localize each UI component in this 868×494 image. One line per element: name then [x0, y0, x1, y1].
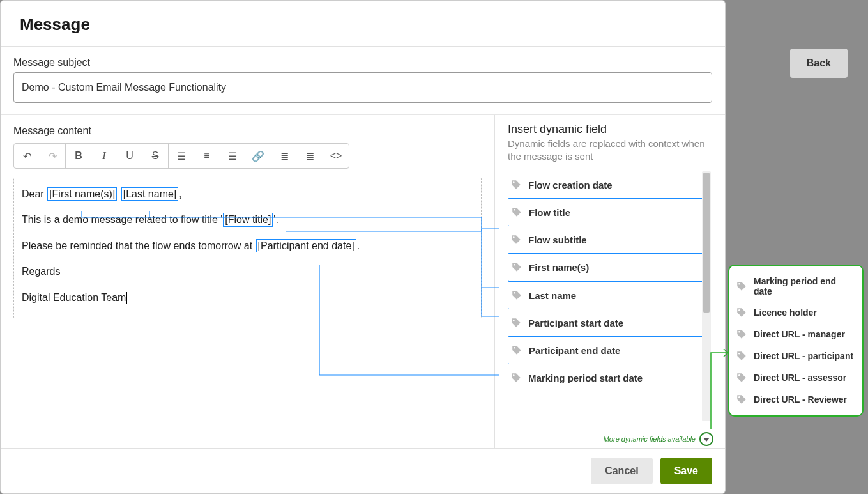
undo-icon: ↶ [23, 150, 31, 162]
bold-icon: B [75, 150, 82, 162]
field-item-participant-end-date[interactable]: Participant end date [508, 336, 703, 364]
italic-button[interactable]: I [91, 144, 117, 168]
field-item-direct-url-manager[interactable]: Direct URL - manager [733, 323, 858, 345]
tag-icon [736, 281, 747, 292]
svg-point-5 [513, 320, 514, 321]
redo-button[interactable]: ↷ [40, 144, 65, 168]
editor-text: This is a demo message related to flow t… [22, 214, 222, 225]
field-label: Licence holder [754, 307, 817, 318]
svg-point-6 [514, 347, 515, 348]
dynamic-fields-description: Dynamic fields are replaced with context… [508, 137, 712, 162]
code-view-button[interactable]: <> [323, 144, 349, 168]
field-label: Direct URL - participant [754, 351, 853, 361]
more-fields-note: More dynamic fields available [604, 435, 696, 443]
align-center-button[interactable]: ≡ [194, 144, 220, 168]
bullet-list-button[interactable]: ≣ [271, 144, 297, 168]
field-label: Marking period end date [754, 276, 856, 297]
align-left-icon: ☰ [177, 150, 186, 162]
italic-icon: I [102, 150, 105, 162]
strikethrough-button[interactable]: S [142, 144, 168, 168]
editor-text: Please be reminded that the flow ends to… [22, 240, 255, 251]
field-item-first-name[interactable]: First name(s) [508, 253, 703, 281]
svg-point-7 [513, 374, 514, 376]
modal-title: Message [20, 15, 706, 35]
tag-icon [511, 289, 522, 301]
message-modal: Message Message subject Message content … [0, 0, 726, 494]
field-label: Participant end date [529, 345, 620, 356]
subject-input[interactable] [13, 72, 712, 103]
svg-point-3 [514, 264, 515, 265]
tag-icon [510, 317, 522, 328]
numbered-list-icon: ≣ [306, 150, 314, 162]
underline-button[interactable]: U [117, 144, 142, 168]
link-button[interactable]: 🔗 [245, 144, 271, 168]
scrollbar-thumb[interactable] [703, 173, 710, 313]
field-list-scrollbar[interactable] [702, 171, 711, 421]
modal-header: Message [1, 1, 725, 47]
tag-icon [510, 179, 522, 190]
additional-fields-popout: Marking period end date Licence holder D… [728, 265, 864, 417]
dynamic-fields-panel: Insert dynamic field Dynamic fields are … [495, 115, 725, 448]
field-label: First name(s) [529, 262, 589, 273]
text-cursor [126, 292, 127, 304]
token-participant-end-date[interactable]: [Participant end date] [256, 239, 356, 252]
tag-icon [736, 328, 747, 340]
editor-text: '. [273, 214, 278, 225]
editor-text: , [179, 189, 181, 199]
field-item-marking-period-end-date[interactable]: Marking period end date [733, 271, 858, 302]
tag-icon [511, 261, 522, 273]
token-first-name[interactable]: [First name(s)] [47, 187, 117, 201]
tag-icon [736, 372, 747, 383]
subject-label: Message subject [13, 57, 712, 68]
field-item-direct-url-assessor[interactable]: Direct URL - assessor [733, 367, 858, 389]
editor-toolbar: ↶ ↷ B I U S ☰ ≡ ☰ 🔗 [13, 143, 349, 169]
editor-column: Message content ↶ ↷ B I U S ☰ ≡ [1, 115, 495, 448]
tag-icon [736, 394, 747, 405]
field-item-participant-start-date[interactable]: Participant start date [508, 309, 703, 336]
field-label: Direct URL - manager [754, 329, 845, 339]
align-center-icon: ≡ [204, 150, 209, 162]
tag-icon [736, 307, 747, 318]
svg-point-8 [738, 283, 740, 284]
numbered-list-button[interactable]: ≣ [297, 144, 323, 168]
bold-button[interactable]: B [66, 144, 91, 168]
svg-point-10 [738, 331, 740, 332]
back-button[interactable]: Back [790, 49, 848, 78]
token-flow-title[interactable]: [Flow title] [223, 213, 273, 226]
link-icon: 🔗 [252, 150, 264, 162]
field-item-flow-title[interactable]: Flow title [508, 198, 703, 226]
field-label: Participant start date [528, 318, 623, 328]
field-item-direct-url-participant[interactable]: Direct URL - participant [733, 345, 858, 367]
svg-point-12 [738, 374, 740, 376]
field-item-last-name[interactable]: Last name [508, 281, 703, 309]
modal-footer: Cancel Save [1, 448, 725, 493]
undo-button[interactable]: ↶ [14, 144, 40, 168]
field-label: Direct URL - Reviewer [754, 394, 847, 405]
tag-icon [510, 372, 522, 383]
field-label: Flow title [529, 207, 570, 218]
field-item-marking-period-start-date[interactable]: Marking period start date [508, 364, 703, 391]
more-fields-indicator[interactable] [699, 432, 713, 446]
field-item-flow-subtitle[interactable]: Flow subtitle [508, 226, 703, 253]
field-label: Flow creation date [528, 180, 613, 190]
token-last-name[interactable]: [Last name] [121, 187, 179, 201]
field-item-flow-creation-date[interactable]: Flow creation date [508, 171, 703, 198]
field-item-direct-url-reviewer[interactable]: Direct URL - Reviewer [733, 389, 858, 410]
field-item-licence-holder[interactable]: Licence holder [733, 302, 858, 323]
save-button[interactable]: Save [660, 458, 712, 484]
underline-icon: U [126, 150, 133, 162]
editor-textarea[interactable]: Dear [First name(s)] [Last name], This i… [13, 178, 482, 318]
back-area: Back [790, 49, 848, 78]
tag-icon [511, 206, 522, 218]
svg-point-1 [514, 209, 515, 210]
field-label: Direct URL - assessor [754, 373, 846, 383]
svg-point-13 [738, 396, 740, 398]
align-left-button[interactable]: ☰ [169, 144, 194, 168]
bullet-list-icon: ≣ [280, 150, 289, 162]
svg-point-9 [738, 309, 740, 311]
dynamic-field-list[interactable]: Flow creation date Flow title Flow subti… [508, 171, 712, 440]
align-right-button[interactable]: ☰ [220, 144, 245, 168]
cancel-button[interactable]: Cancel [591, 458, 652, 484]
field-label: Flow subtitle [528, 235, 587, 245]
svg-point-4 [514, 292, 515, 293]
